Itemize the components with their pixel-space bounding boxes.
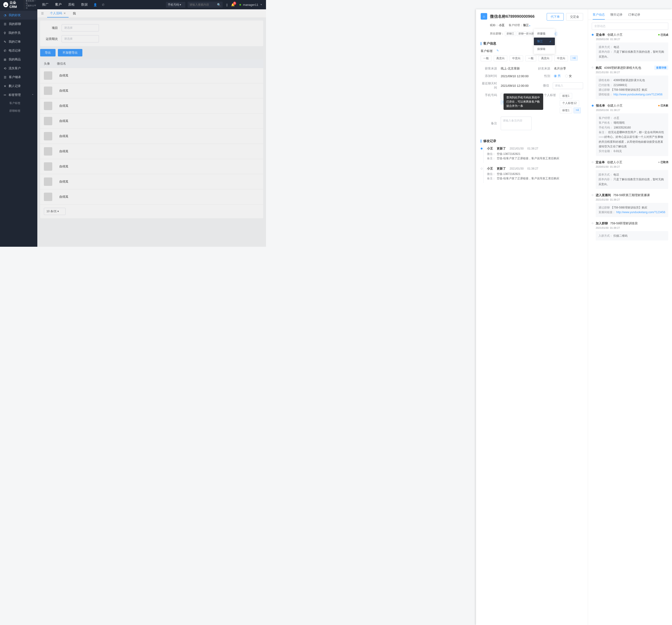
search-type-select[interactable]: 手机号码 ▾ [166,2,185,8]
top-nav: 推广 客户 质检 数据 [42,3,88,7]
content: ☰ 个人活码✕ 我 项目请选择 运营期次请选择 导出 不加密导出 头像微信名 自… [37,9,266,247]
sidebar-item-orders[interactable]: ✎我的订单 [0,37,37,46]
nav-data[interactable]: 数据 [81,3,88,7]
chevron-down-icon: ▼ [260,3,262,6]
sidebar-item-groups[interactable]: ☰我的群聊 [0,20,37,28]
chevron-up-icon: ⌃ [32,94,33,96]
phone-icon[interactable]: ✆ [101,3,105,6]
logo-icon: ☁ [3,2,8,7]
sidebar-item-friends[interactable]: ◔我的好友 [0,11,37,20]
sidebar-item-lost[interactable]: ⟲流失客户 [0,64,37,73]
sidebar-item-tags[interactable]: ✂标签管理⌃ [0,91,37,99]
top-icons: 👤 ✆ [93,3,105,6]
main: ◔我的好友 ☰我的群聊 ⚲我的学员 ✎我的订单 ✆电话记录 ⊞我的商品 ⟲流失客… [0,9,266,247]
drawer-overlay[interactable] [37,9,266,247]
sidebar-sub-grouptags[interactable]: 群聊标签 [0,107,37,115]
sidebar-item-students[interactable]: ⚲我的学员 [0,28,37,37]
logo-subtitle: 教育机构一站式服务云平台 [24,0,37,9]
status-dot [239,4,241,6]
sidebar-item-deletes[interactable]: ✕删人记录 [0,82,37,91]
sidebar-sub-custtags[interactable]: 客户标签 [0,99,37,107]
bell-wrap[interactable]: 🔔5 [231,3,235,6]
user-menu[interactable]: manager11 ▼ [239,3,262,6]
logo: ☁ 云朵CRM 教育机构一站式服务云平台 [0,0,37,9]
sidebar: ◔我的好友 ☰我的群聊 ⚲我的学员 ✎我的订单 ✆电话记录 ⊞我的商品 ⟲流失客… [0,9,37,247]
nav-customer[interactable]: 客户 [55,3,62,7]
user-icon[interactable]: 👤 [93,3,97,6]
notif-badge: 5 [233,2,236,5]
search-icon[interactable]: 🔍 [217,3,221,6]
sidebar-item-goods[interactable]: ⊞我的商品 [0,55,37,64]
topbar: ☁ 云朵CRM 教育机构一站式服务云平台 推广 客户 质检 数据 👤 ✆ 手机号… [0,0,266,9]
nav-qc[interactable]: 质检 [68,3,75,7]
sidebar-item-calls[interactable]: ✆电话记录 [0,46,37,55]
search-box: 🔍 [188,2,223,8]
sidebar-item-inherit[interactable]: ☰客户继承 [0,73,37,82]
top-search: 手机号码 ▾ 🔍 ▯ 🔔5 manager11 ▼ [166,2,262,8]
nav-promo[interactable]: 推广 [42,3,49,7]
logo-text: 云朵CRM [9,1,23,9]
mobile-icon[interactable]: ▯ [225,3,229,6]
search-input[interactable] [190,3,217,6]
username: manager11 [243,3,258,6]
